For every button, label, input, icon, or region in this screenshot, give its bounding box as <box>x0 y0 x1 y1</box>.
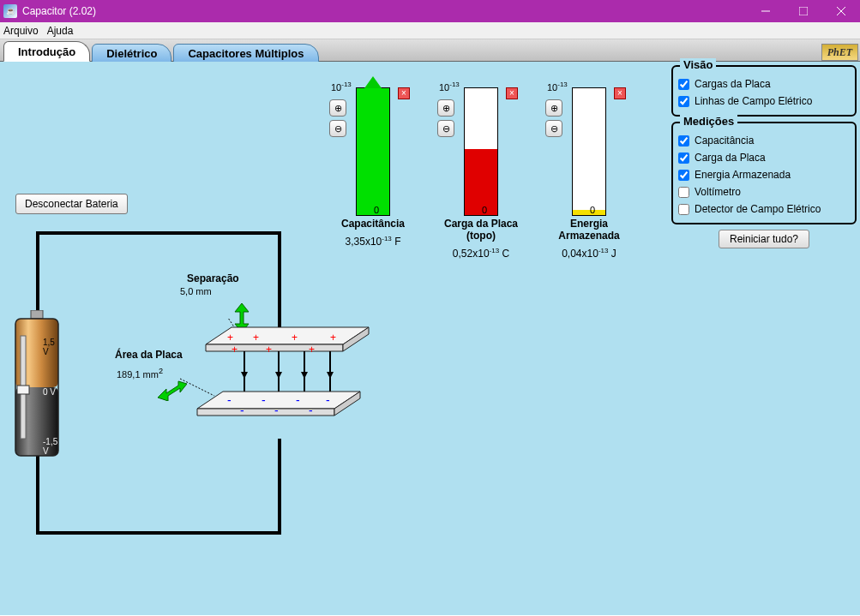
meter-fill <box>357 88 389 215</box>
meter-close-icon[interactable]: × <box>398 87 410 99</box>
meter-zero-label: 0 <box>482 205 487 215</box>
svg-rect-1 <box>799 7 808 15</box>
tab-introducao[interactable]: Introdução <box>3 41 90 62</box>
check-plate-charges[interactable]: Cargas da Placa <box>678 75 850 93</box>
zoom-in-icon[interactable]: ⊕ <box>437 99 454 117</box>
meter-scale-label: 10-13 <box>331 81 352 93</box>
svg-text:-: - <box>240 404 244 417</box>
svg-text:+: + <box>266 344 272 356</box>
tab-multiplos[interactable]: Capacitores Múltiplos <box>173 44 318 63</box>
svg-marker-24 <box>275 372 282 379</box>
close-button[interactable] <box>822 0 860 22</box>
zoom-in-icon[interactable]: ⊕ <box>329 99 346 117</box>
svg-marker-12 <box>206 344 343 351</box>
zoom-in-icon[interactable]: ⊕ <box>545 99 562 117</box>
meter-value: 0,04x10-13 J <box>542 247 636 260</box>
java-icon: ☕ <box>3 4 17 18</box>
meter-zero-label: 0 <box>374 205 379 215</box>
zoom-out-icon[interactable]: ⊖ <box>545 120 562 137</box>
reset-all-button[interactable]: Reiniciar tudo? <box>719 230 809 248</box>
window-titlebar: ☕ Capacitor (2.02) <box>0 0 860 22</box>
meter-capacitance: 10-13 × ⊕ ⊖ 0 Capacitância 3,35x10-13 F <box>326 70 420 260</box>
svg-rect-4 <box>31 310 43 319</box>
meter-value: 0,52x10-13 C <box>434 247 528 260</box>
battery-voltage-slider[interactable] <box>17 386 29 394</box>
meter-zero-label: 0 <box>590 205 595 215</box>
svg-marker-30 <box>197 409 334 416</box>
measurements-panel-title: Medições <box>680 115 737 128</box>
svg-text:-: - <box>262 393 266 407</box>
meter-energy: 10-13 × ⊕ ⊖ 0 Energia Armazenada 0,04x10… <box>542 70 636 260</box>
svg-text:-: - <box>326 393 330 407</box>
meter-scale-label: 10-13 <box>439 81 460 93</box>
svg-text:+: + <box>227 332 233 344</box>
meter-fill <box>573 210 605 215</box>
zoom-out-icon[interactable]: ⊖ <box>329 120 346 137</box>
svg-text:+: + <box>292 332 298 344</box>
meter-fill <box>465 149 497 215</box>
meter-title: Carga da Placa (topo) <box>434 218 528 242</box>
sidebar: Visão Cargas da Placa Linhas de Campo El… <box>668 62 860 615</box>
tabbar: Introdução Dielétrico Capacitores Múltip… <box>0 39 860 62</box>
phet-logo[interactable]: PhET <box>821 44 858 61</box>
capacitor-plates[interactable]: + + + + + + + - - - - - - <box>180 319 377 473</box>
vision-panel: Visão Cargas da Placa Linhas de Campo El… <box>671 65 857 117</box>
measurements-panel: Medições Capacitância Carga da Placa Ene… <box>671 122 857 224</box>
svg-marker-22 <box>241 372 248 379</box>
svg-text:-: - <box>309 404 313 417</box>
plate-area-value: 189,1 mm2 <box>117 367 163 380</box>
simulation-canvas: Desconectar Bateria 10-13 × ⊕ ⊖ 0 Capaci… <box>0 62 668 615</box>
meter-scale-label: 10-13 <box>547 81 568 93</box>
plate-area-label: Área da Placa <box>115 349 183 361</box>
menubar: Arquivo Ajuda <box>0 22 860 39</box>
separation-value: 5,0 mm <box>180 286 212 296</box>
meter-charge: 10-13 × ⊕ ⊖ 0 Carga da Placa (topo) 0,52… <box>434 70 528 260</box>
meter-title: Capacitância <box>326 218 420 230</box>
disconnect-battery-button[interactable]: Desconectar Bateria <box>15 194 128 214</box>
separation-label: Separação <box>187 272 239 284</box>
zoom-out-icon[interactable]: ⊖ <box>437 120 454 137</box>
vision-panel-title: Visão <box>680 58 716 71</box>
meter-close-icon[interactable]: × <box>506 87 518 99</box>
svg-text:-: - <box>227 393 232 407</box>
check-plate-charge[interactable]: Carga da Placa <box>678 149 850 166</box>
menu-arquivo[interactable]: Arquivo <box>3 25 39 37</box>
battery-label-minus: -1,5 V <box>43 437 60 456</box>
minimize-button[interactable] <box>747 0 785 22</box>
svg-text:+: + <box>309 344 315 356</box>
meter-value: 3,35x10-13 F <box>326 235 420 248</box>
window-title: Capacitor (2.02) <box>22 5 747 17</box>
svg-marker-29 <box>197 392 360 409</box>
check-capacitance[interactable]: Capacitância <box>678 132 850 149</box>
battery-label-plus: 1,5 V <box>43 338 60 356</box>
overflow-arrow-icon <box>364 76 382 88</box>
battery: 1,5 V 0 V -1,5 V <box>12 310 60 464</box>
svg-text:-: - <box>274 404 279 417</box>
battery-label-zero: 0 V <box>43 387 56 397</box>
maximize-button[interactable] <box>785 0 822 22</box>
svg-marker-28 <box>327 372 334 379</box>
meter-close-icon[interactable]: × <box>614 87 626 99</box>
svg-marker-26 <box>301 372 308 379</box>
svg-text:-: - <box>296 393 300 407</box>
check-voltmeter[interactable]: Voltímetro <box>678 183 850 200</box>
check-stored-energy[interactable]: Energia Armazenada <box>678 166 850 183</box>
svg-text:+: + <box>330 332 336 344</box>
svg-text:+: + <box>253 332 259 344</box>
tab-dieletrico[interactable]: Dielétrico <box>92 44 171 63</box>
svg-text:+: + <box>232 344 238 356</box>
meter-title: Energia Armazenada <box>542 218 636 242</box>
menu-ajuda[interactable]: Ajuda <box>47 25 74 37</box>
check-field-detector[interactable]: Detector de Campo Elétrico <box>678 200 850 218</box>
check-field-lines[interactable]: Linhas de Campo Elétrico <box>678 93 850 110</box>
